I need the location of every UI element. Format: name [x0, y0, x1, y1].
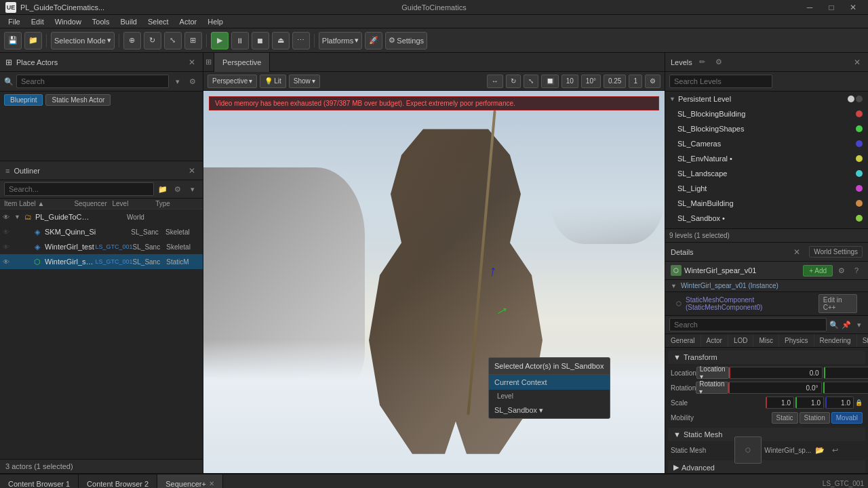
save-button[interactable]: 💾: [4, 32, 22, 49]
rotation-mode-toggle[interactable]: Rotation ▾: [696, 382, 728, 394]
scale-z[interactable]: [825, 396, 854, 409]
edit-cpp-button[interactable]: Edit in C++: [818, 294, 857, 313]
viewport-main[interactable]: → → Video memory has been exhausted (397…: [203, 91, 665, 473]
tab-lod[interactable]: LOD: [728, 334, 754, 347]
blueprint-tag[interactable]: Blueprint: [4, 94, 43, 106]
transform-button[interactable]: ⊕: [123, 32, 141, 49]
static-mesh-browse-icon[interactable]: 📂: [814, 444, 826, 456]
place-actors-close[interactable]: ✕: [186, 57, 197, 68]
ctx-current-context[interactable]: Current Context: [489, 375, 610, 390]
details-search-input[interactable]: [669, 318, 827, 331]
menu-help[interactable]: Help: [202, 15, 229, 28]
rot-snap-value[interactable]: 10°: [581, 75, 601, 88]
component-help-icon[interactable]: ?: [850, 264, 863, 277]
levels-edit-icon[interactable]: ✏: [696, 56, 709, 68]
snap-icon-btn[interactable]: 🔲: [541, 75, 559, 88]
scale-snap-value[interactable]: 0.25: [604, 75, 626, 88]
maximize-button[interactable]: □: [822, 0, 841, 15]
more-play-button[interactable]: ⋯: [292, 32, 310, 49]
launch-button[interactable]: 🚀: [365, 32, 382, 49]
levels-close[interactable]: ✕: [852, 57, 863, 68]
scale-y[interactable]: [795, 396, 824, 409]
translate-icon-btn[interactable]: ↔: [487, 75, 503, 88]
location-y[interactable]: [824, 367, 868, 379]
col-header-type[interactable]: Type: [155, 200, 199, 207]
settings-icon-2[interactable]: ⚙: [172, 183, 184, 195]
outliner-row-3[interactable]: 👁 ◈ WinterGirl_test LS_GTC_001 SL_Sanc S…: [0, 239, 203, 254]
tab-rendering[interactable]: Rendering: [814, 334, 857, 347]
level-item-landscape[interactable]: SL_Landscape: [665, 166, 868, 181]
rotate-button[interactable]: ↻: [144, 32, 161, 49]
col-header-item[interactable]: Item Label ▲: [4, 200, 69, 207]
filter-icon[interactable]: ▾: [172, 75, 184, 87]
rotate-icon-btn[interactable]: ↻: [506, 75, 521, 88]
menu-build[interactable]: Build: [115, 15, 142, 28]
eject-button[interactable]: ⏏: [272, 32, 290, 49]
level-item-blocking-shapes[interactable]: SL_BlockingShapes: [665, 121, 868, 136]
add-component-button[interactable]: + Add: [803, 265, 833, 277]
level-item-main-building[interactable]: SL_MainBuilding: [665, 196, 868, 211]
tab-content-browser-2[interactable]: Content Browser 2: [79, 474, 157, 489]
details-close[interactable]: ✕: [791, 247, 802, 258]
perspective-dropdown[interactable]: Perspective▾: [208, 75, 257, 88]
expand-persistent-icon[interactable]: ▼: [669, 96, 675, 102]
col-header-level[interactable]: Level: [112, 200, 155, 207]
outliner-row-4[interactable]: 👁 ⬡ WinterGirl_sp... LS_GTC_001 SL_Sanc …: [0, 254, 203, 269]
cam-snap-value[interactable]: 1: [629, 75, 642, 88]
menu-edit[interactable]: Edit: [26, 15, 50, 28]
content-button[interactable]: 📁: [24, 32, 42, 49]
visibility-icon-1[interactable]: 👁: [3, 214, 12, 221]
menu-file[interactable]: File: [3, 15, 26, 28]
viewport-settings-btn[interactable]: ⚙: [645, 75, 660, 88]
actors-search-input[interactable]: [16, 75, 169, 88]
level-item-cameras[interactable]: SL_Cameras: [665, 136, 868, 151]
world-settings-button[interactable]: World Settings: [809, 246, 863, 258]
rotation-x[interactable]: [728, 382, 822, 394]
rotation-y[interactable]: [823, 382, 869, 394]
mob-station[interactable]: Station: [800, 412, 830, 424]
details-pin-icon[interactable]: 📌: [842, 319, 851, 331]
outliner-close[interactable]: ✕: [186, 165, 197, 176]
expand-instance-icon[interactable]: ▼: [671, 283, 677, 289]
visibility-icon-2[interactable]: 👁: [3, 228, 12, 236]
lock-icon[interactable]: 🔒: [855, 399, 863, 406]
minimize-button[interactable]: ─: [800, 0, 819, 15]
play-button[interactable]: ▶: [211, 32, 229, 49]
location-mode-toggle[interactable]: Location ▾: [696, 367, 729, 379]
level-item-blocking-building[interactable]: SL_BlockingBuilding: [665, 106, 868, 121]
static-mesh-tag[interactable]: Static Mesh Actor: [45, 94, 111, 106]
pause-button[interactable]: ⏸: [231, 32, 249, 49]
scale-x[interactable]: [766, 396, 794, 409]
expand-icon-1[interactable]: ▼: [14, 214, 22, 220]
level-item-env-natural[interactable]: SL_EnvNatural •: [665, 151, 868, 166]
platforms-button[interactable]: Platforms ▾: [319, 32, 362, 49]
outliner-search-input[interactable]: [4, 182, 154, 196]
menu-tools[interactable]: Tools: [87, 15, 115, 28]
tab-sequencer[interactable]: Sequencer+ ✕: [157, 474, 223, 489]
location-x[interactable]: [729, 367, 823, 379]
col-header-sequencer[interactable]: Sequencer: [69, 200, 113, 207]
stop-button[interactable]: ⏹: [252, 32, 269, 49]
transform-section-header[interactable]: ▼ Transform: [668, 350, 865, 364]
viewport-tab-perspective[interactable]: Perspective: [214, 53, 270, 72]
close-button[interactable]: ✕: [844, 0, 863, 15]
tab-general[interactable]: General: [665, 334, 701, 347]
create-folder-icon[interactable]: 📁: [157, 183, 169, 195]
level-item-sandbox[interactable]: SL_Sandbox •: [665, 211, 868, 226]
settings-icon[interactable]: ⚙: [186, 75, 199, 87]
menu-window[interactable]: Window: [50, 15, 87, 28]
visibility-icon-4[interactable]: 👁: [3, 258, 12, 266]
visibility-icon-3[interactable]: 👁: [3, 243, 12, 251]
selection-mode-button[interactable]: Selection Mode ▾: [51, 32, 115, 49]
coord-button[interactable]: ⊞: [184, 32, 202, 49]
levels-search-input[interactable]: [669, 75, 772, 88]
outliner-row-1[interactable]: 👁 ▼ 🗂 PL_GuideToCine... World: [0, 209, 203, 224]
seq-tab-close[interactable]: ✕: [209, 480, 214, 487]
settings-button[interactable]: ⚙ Settings: [385, 32, 427, 49]
menu-actor[interactable]: Actor: [174, 15, 203, 28]
scale-icon-btn[interactable]: ⤡: [524, 75, 538, 88]
tab-physics[interactable]: Physics: [779, 334, 814, 347]
filter-icon-2[interactable]: ▾: [186, 183, 199, 195]
level-item-light[interactable]: SL_Light: [665, 181, 868, 196]
tab-streaming[interactable]: Streaming: [857, 334, 868, 347]
